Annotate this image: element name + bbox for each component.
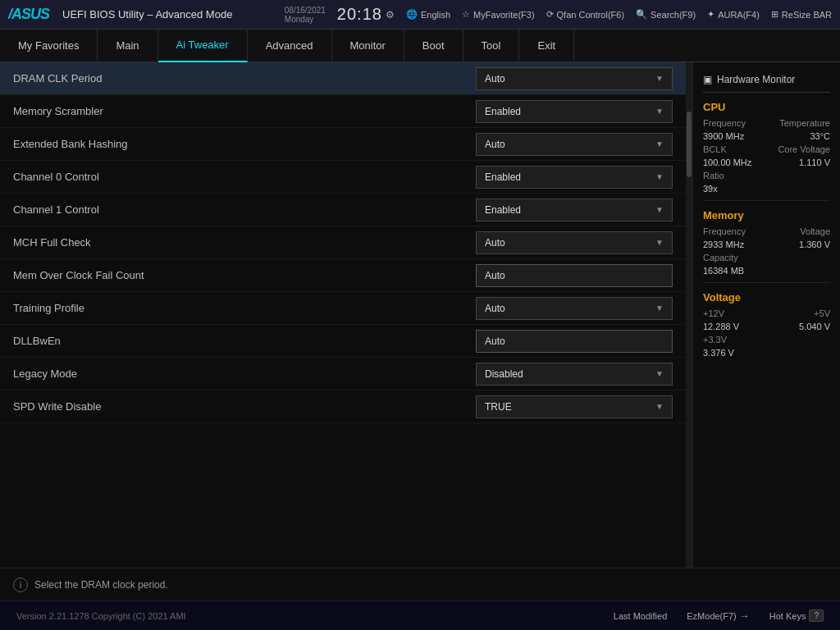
channel-0-control-control[interactable]: Enabled ▼ [476,166,673,189]
myfavorite-icon: ☆ [462,9,470,20]
training-profile-control[interactable]: Auto ▼ [476,297,673,320]
mem-over-clock-fail-count-control[interactable]: Auto [476,264,673,287]
main-layout: DRAM CLK Period Auto ▼ Memory Scrambler … [0,62,840,568]
nav-my-favorites[interactable]: My Favorites [0,30,98,62]
dropdown-arrow: ▼ [655,139,664,148]
resizebar-btn[interactable]: ⊞ ReSize BAR [771,9,832,20]
header: /ASUS UEFI BIOS Utility – Advanced Mode … [0,0,840,30]
nav-bar: My Favorites Main Ai Tweaker Advanced Mo… [0,30,840,62]
training-profile-dropdown[interactable]: Auto ▼ [476,297,673,320]
spd-write-disable-label: SPD Write Disable [13,400,476,413]
volt-33v-value-row: 3.376 V [703,348,830,358]
english-btn[interactable]: 🌐 English [406,9,450,20]
nav-exit[interactable]: Exit [519,30,574,62]
ez-mode-btn[interactable]: EzMode(F7) → [687,609,750,622]
hot-keys-btn[interactable]: Hot Keys ? [769,609,824,622]
mem-frequency-value: 2933 MHz [703,240,744,249]
mem-frequency-label: Frequency [703,226,746,236]
scroll-thumb[interactable] [687,112,692,177]
spd-write-disable-control[interactable]: TRUE ▼ [476,395,673,418]
cpu-bclk-value-row: 100.00 MHz 1.110 V [703,158,830,167]
mem-capacity-row: Capacity [703,253,830,262]
cpu-ratio-label: Ratio [703,171,724,180]
dram-clk-period-dropdown[interactable]: Auto ▼ [476,67,673,90]
volt-33v-value: 3.376 V [703,348,734,358]
cpu-section-title: CPU [703,101,830,113]
mem-capacity-label: Capacity [703,253,738,262]
setting-memory-scrambler: Memory Scrambler Enabled ▼ [0,95,686,128]
dropdown-arrow: ▼ [655,238,664,247]
gear-icon[interactable]: ⚙ [386,9,395,21]
volt-12v-row: +12V +5V [703,308,830,318]
hw-monitor-title: ▣ Hardware Monitor [703,69,830,93]
setting-channel-1-control: Channel 1 Control Enabled ▼ [0,194,686,226]
dllbwen-control[interactable]: Auto [476,330,673,353]
extended-bank-hashing-dropdown[interactable]: Auto ▼ [476,133,673,156]
training-profile-label: Training Profile [13,302,476,314]
nav-tool[interactable]: Tool [463,30,520,62]
ez-mode-arrow: → [740,610,750,622]
dropdown-arrow: ▼ [655,107,664,116]
info-icon: i [13,578,28,592]
cpu-temperature-label: Temperature [779,118,830,128]
mch-full-check-dropdown[interactable]: Auto ▼ [476,231,673,254]
bottom-info: i Select the DRAM clock period. [0,568,840,600]
setting-legacy-mode: Legacy Mode Disabled ▼ [0,358,686,390]
mem-over-clock-fail-count-input[interactable]: Auto [476,264,673,287]
channel-0-control-dropdown[interactable]: Enabled ▼ [476,166,673,189]
nav-boot[interactable]: Boot [404,30,463,62]
mem-voltage-label: Voltage [800,226,830,236]
nav-monitor[interactable]: Monitor [332,30,404,62]
mem-over-clock-fail-count-label: Mem Over Clock Fail Count [13,269,476,281]
volt-33v-label: +3.3V [703,335,727,345]
legacy-mode-control[interactable]: Disabled ▼ [476,363,673,386]
myfavorite-btn[interactable]: ☆ MyFavorite(F3) [462,9,535,20]
setting-spd-write-disable: SPD Write Disable TRUE ▼ [0,390,686,423]
setting-dram-clk-period: DRAM CLK Period Auto ▼ [0,62,686,95]
nav-ai-tweaker[interactable]: Ai Tweaker [158,30,248,62]
search-icon: 🔍 [636,9,647,20]
dram-clk-period-control[interactable]: Auto ▼ [476,67,673,90]
memory-scrambler-dropdown[interactable]: Enabled ▼ [476,100,673,123]
aura-btn[interactable]: ✦ AURA(F4) [707,9,760,20]
dropdown-arrow: ▼ [655,74,664,83]
dropdown-arrow: ▼ [655,205,664,214]
resizebar-icon: ⊞ [771,9,778,20]
volt-5v-label: +5V [814,308,830,318]
nav-advanced[interactable]: Advanced [248,30,332,62]
cpu-ratio-value-row: 39x [703,184,830,194]
hw-divider-2 [703,282,830,283]
hw-divider-1 [703,200,830,201]
qfan-btn[interactable]: ⟳ Qfan Control(F6) [546,9,625,20]
dllbwen-label: DLLBwEn [13,335,476,347]
setting-mem-over-clock-fail-count: Mem Over Clock Fail Count Auto [0,259,686,292]
cpu-bclk-label: BCLK [703,144,727,154]
volt-12v-value-row: 12.288 V 5.040 V [703,322,830,331]
search-btn[interactable]: 🔍 Search(F9) [636,9,696,20]
memory-scrambler-label: Memory Scrambler [13,105,476,117]
dllbwen-input[interactable]: Auto [476,330,673,353]
volt-5v-value: 5.040 V [799,322,830,331]
mch-full-check-control[interactable]: Auto ▼ [476,231,673,254]
hardware-monitor-panel: ▣ Hardware Monitor CPU Frequency Tempera… [692,62,840,568]
settings-panel: DRAM CLK Period Auto ▼ Memory Scrambler … [0,62,686,568]
extended-bank-hashing-control[interactable]: Auto ▼ [476,133,673,156]
channel-1-control-control[interactable]: Enabled ▼ [476,199,673,221]
asus-logo-text: /ASUS [8,6,49,23]
memory-section-title: Memory [703,209,830,221]
cpu-frequency-value: 3900 MHz [703,131,744,141]
footer-version: Version 2.21.1278 Copyright (C) 2021 AMI [16,611,186,621]
monitor-icon: ▣ [703,74,712,85]
memory-scrambler-control[interactable]: Enabled ▼ [476,100,673,123]
voltage-section-title: Voltage [703,291,830,304]
channel-0-control-label: Channel 0 Control [13,171,476,183]
last-modified-btn[interactable]: Last Modified [614,609,667,622]
spd-write-disable-dropdown[interactable]: TRUE ▼ [476,395,673,418]
legacy-mode-dropdown[interactable]: Disabled ▼ [476,363,673,386]
scrollbar[interactable] [686,62,692,568]
mem-frequency-row: Frequency Voltage [703,226,830,236]
nav-main[interactable]: Main [98,30,158,62]
english-icon: 🌐 [406,9,418,20]
setting-training-profile: Training Profile Auto ▼ [0,292,686,325]
channel-1-control-dropdown[interactable]: Enabled ▼ [476,199,673,221]
